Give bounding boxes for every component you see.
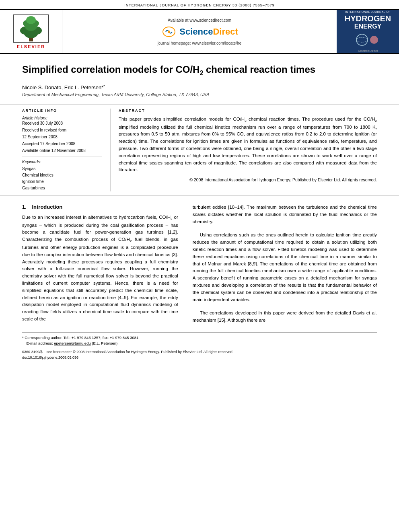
- article-info-header: ARTICLE INFO: [22, 109, 102, 113]
- journal-header: INTERNATIONAL JOURNAL OF HYDROGEN ENERGY…: [0, 0, 399, 10]
- content-left: 1. Introduction Due to an increased inte…: [22, 204, 185, 324]
- sciencedirect-text: ScienceDirect: [179, 27, 238, 37]
- sciencedirect-icon: [161, 26, 177, 38]
- ije-cover-title: HYDROGEN ENERGY: [345, 14, 391, 30]
- revised-date: 12 September 2008: [22, 135, 102, 139]
- keyword-chemical-kinetics: Chemical kinetics: [22, 172, 102, 179]
- info-abstract-section: ARTICLE INFO Article history: Received 3…: [0, 105, 399, 196]
- history-label: Article history:: [22, 116, 102, 120]
- email-link[interactable]: epetersen@tamu.edu: [54, 341, 91, 345]
- ije-cover-header: international journal of: [345, 10, 391, 13]
- section1-paragraph3: Using correlations such as the ones outl…: [193, 232, 377, 303]
- article-title: Simplified correlation models for CO/H2 …: [22, 63, 377, 78]
- elsevier-label: ELSEVIER: [17, 44, 45, 49]
- article-info-column: ARTICLE INFO Article history: Received 3…: [22, 109, 111, 191]
- affiliation: Department of Mechanical Engineering, Te…: [22, 92, 377, 97]
- footer-issn: 0360-3199/$ – see front matter © 2008 In…: [22, 349, 377, 355]
- main-content: 1. Introduction Due to an increased inte…: [0, 196, 399, 332]
- elsevier-tree-icon: [13, 14, 49, 43]
- footnote-corresponding: * Corresponding author. Tel.: +1 979 845…: [22, 335, 377, 341]
- abstract-text: This paper provides simplified correlati…: [119, 116, 377, 174]
- footer-doi: doi:10.1016/j.ijhydene.2008.09.036: [22, 355, 377, 360]
- svg-point-13: [356, 37, 368, 42]
- svg-point-12: [370, 36, 378, 44]
- available-text: Available at www.sciencedirect.com: [168, 18, 231, 23]
- abstract-header: ABSTRACT: [119, 109, 377, 113]
- svg-point-10: [168, 31, 170, 33]
- sciencedirect-logo: ScienceDirect: [161, 26, 238, 38]
- accepted-date: Accepted 17 September 2008: [22, 142, 102, 146]
- keyword-syngas: Syngas: [22, 166, 102, 172]
- section1-paragraph4: The correlations developed in this paper…: [193, 310, 377, 324]
- section1-paragraph1: Due to an increased interest in alternat…: [22, 214, 178, 323]
- svg-point-7: [26, 16, 36, 24]
- copyright-text: © 2008 International Association for Hyd…: [119, 177, 377, 183]
- journal-header-text: INTERNATIONAL JOURNAL OF HYDROGEN ENERGY…: [124, 3, 275, 7]
- keyword-gas-turbines: Gas turbines: [22, 185, 102, 191]
- footnote-email: E-mail address: epetersen@tamu.edu (E.L.…: [22, 341, 377, 346]
- ije-sd-label: ScienceDirect: [358, 49, 378, 53]
- keywords-label: Keywords:: [22, 160, 102, 164]
- page: INTERNATIONAL JOURNAL OF HYDROGEN ENERGY…: [0, 0, 399, 532]
- section1-paragraph2: turbulent eddies [10–14]. The maximum be…: [193, 204, 377, 225]
- banner-center: Available at www.sciencedirect.com Scien…: [62, 10, 337, 53]
- journal-homepage: journal homepage: www.elsevier.com/locat…: [158, 41, 241, 45]
- abstract-column: ABSTRACT This paper provides simplified …: [111, 109, 377, 191]
- elsevier-logo-area: ELSEVIER: [0, 10, 62, 53]
- received-date: Received 30 July 2008: [22, 121, 102, 125]
- available-online: Available online 12 November 2008: [22, 148, 102, 153]
- content-right: turbulent eddies [10–14]. The maximum be…: [185, 204, 377, 324]
- keyword-ignition-time: Ignition time: [22, 179, 102, 185]
- article-title-section: Simplified correlation models for CO/H2 …: [0, 54, 399, 105]
- footnote-area: * Corresponding author. Tel.: +1 979 845…: [22, 332, 377, 347]
- svg-point-11: [356, 34, 368, 45]
- section1-number: 1.: [22, 204, 27, 210]
- hydrogen-visual: [352, 33, 384, 47]
- revised-label: Received in revised form: [22, 128, 102, 132]
- ije-cover: international journal of HYDROGEN ENERGY…: [337, 10, 399, 53]
- banner: ELSEVIER Available at www.sciencedirect.…: [0, 10, 399, 54]
- footer-legal: 0360-3199/$ – see front matter © 2008 In…: [0, 347, 399, 365]
- authors: Nicole S. Donato, Eric L. Petersen**: [22, 84, 377, 90]
- section1-title: 1. Introduction: [22, 204, 178, 210]
